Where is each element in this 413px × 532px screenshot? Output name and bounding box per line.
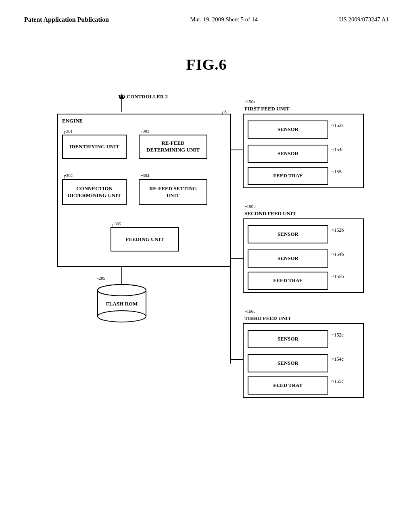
flash-rom-container: ┌205 FLASH ROM [96,283,148,323]
ref-152c: ~152c [332,332,344,338]
ref-302: ┌302 [63,172,73,178]
third-feed-unit-title: THIRD FEED UNIT [244,315,291,322]
sensor-154b: SENSOR [248,249,328,268]
svg-text:FLASH ROM: FLASH ROM [106,301,138,307]
block-301: ┌301 IDENTIFYING UNIT [62,135,127,159]
second-feed-unit-title: SECOND FEED UNIT [244,210,296,217]
ref-152a: ~152a [332,123,344,129]
ref-303: ┌303 [140,128,149,134]
ref-301: ┌301 [63,128,73,134]
ref-150c: ┌150c [244,309,255,314]
ref-150a: ┌150a [244,99,255,104]
ref-155c: ~155c [332,378,344,384]
figure-title: FIG.6 [0,56,413,73]
feed-tray-155c: FEED TRAY [248,376,328,395]
feed-unit-150b: ┌150b SECOND FEED UNIT SENSOR ~152b SENS… [243,218,364,293]
ref-154b: ~154b [332,251,344,258]
flash-rom-cylinder: FLASH ROM [96,283,148,323]
sensor-154a: SENSOR [248,145,328,163]
engine-label: ENGINE [62,118,83,124]
block-304: ┌304 RE-FEED SETTING UNIT [139,179,207,205]
sensor-154c: SENSOR [248,354,328,372]
feed-unit-150a: ┌150a FIRST FEED UNIT SENSOR ~152a SENSO… [243,114,364,188]
ref-205: ┌205 [96,276,105,281]
ref-155a: ~155a [332,169,344,175]
ref-154c: ~154c [332,356,344,362]
publication-label: Patent Application Publication [24,16,109,23]
block-302: ┌302 CONNECTION DETERMINING UNIT [62,179,127,205]
ref-304: ┌304 [140,172,149,178]
ref-152b: ~152b [332,227,344,233]
ref-150b: ┌150b [244,204,256,209]
to-controller-label: TO CONTROLLER 2 [118,94,168,100]
svg-point-11 [98,311,146,322]
sensor-152b: SENSOR [248,225,328,243]
sheet-info: Mar. 19, 2009 Sheet 5 of 14 [190,16,257,23]
ref-305: ┌305 [111,221,121,227]
ref-154a: ~154a [332,147,344,153]
controller-arrow: TO CONTROLLER 2 [114,94,168,100]
diagram: TO CONTROLLER 2 ENGINE ┌3 ┌301 IDENTIFYI… [33,89,380,436]
page-header: Patent Application Publication Mar. 19, … [0,0,413,23]
feed-tray-155b: FEED TRAY [248,272,328,290]
block-303: ┌303 RE-FEED DETERMINING UNIT [139,135,207,159]
sensor-152a: SENSOR [248,121,328,139]
feed-unit-150c: ┌150c THIRD FEED UNIT SENSOR ~152c SENSO… [243,323,364,398]
engine-box: ENGINE ┌3 ┌301 IDENTIFYING UNIT ┌303 RE-… [57,114,231,267]
first-feed-unit-title: FIRST FEED UNIT [244,106,290,112]
svg-point-12 [98,285,146,295]
ref-155b: ~155b [332,274,344,280]
engine-ref: ┌3 [221,109,227,115]
patent-number: US 2009/073247 A1 [339,16,389,23]
block-305: ┌305 FEEDING UNIT [111,227,179,251]
feed-tray-155a: FEED TRAY [248,167,328,185]
sensor-152c: SENSOR [248,330,328,348]
